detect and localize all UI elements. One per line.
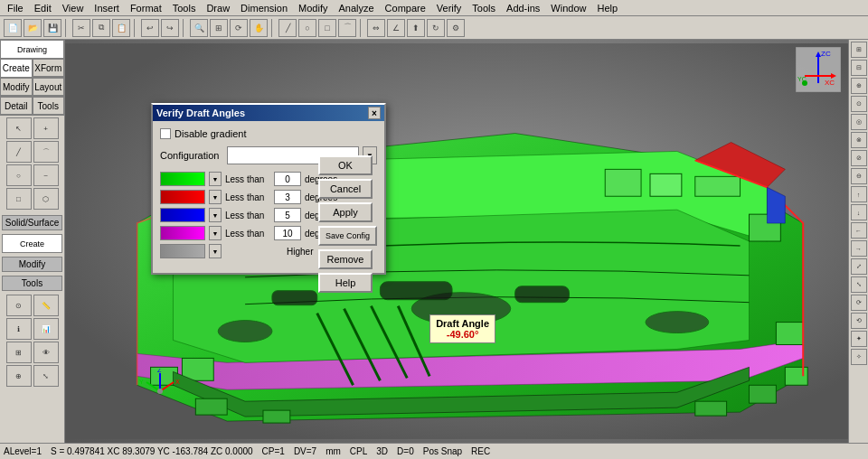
dialog-close-button[interactable]: ×	[368, 107, 381, 119]
verify-draft-angles-dialog[interactable]: Verify Draft Angles × Disable gradient C…	[151, 103, 386, 275]
toolbar-extrude[interactable]: ⬆	[407, 19, 425, 37]
right-tool-18[interactable]: ✧	[851, 349, 867, 365]
color-green-dropdown[interactable]: ▼	[209, 172, 222, 186]
tool-select[interactable]: ↖	[6, 117, 32, 139]
menu-dimension[interactable]: Dimension	[235, 2, 293, 14]
disable-gradient-checkbox[interactable]	[160, 128, 171, 139]
cancel-button[interactable]: Cancel	[318, 179, 373, 199]
toolbar-cut[interactable]: ✂	[72, 19, 90, 37]
menu-file[interactable]: File	[2, 2, 29, 14]
menu-modify[interactable]: Modify	[293, 2, 333, 14]
tool-layer[interactable]: ⊞	[6, 342, 32, 363]
right-tool-14[interactable]: ⤡	[851, 276, 867, 293]
right-tool-3[interactable]: ⊕	[851, 78, 867, 94]
right-tool-10[interactable]: ↓	[851, 204, 867, 220]
menu-draw[interactable]: Draw	[201, 2, 235, 14]
right-tool-9[interactable]: ↑	[851, 186, 867, 202]
toolbar-redo[interactable]: ↪	[161, 19, 179, 37]
tab-create[interactable]: Create	[0, 59, 33, 77]
toolbar-save[interactable]: 💾	[43, 19, 61, 37]
toolbar-zoom[interactable]: 🔍	[190, 19, 208, 37]
tool-circle[interactable]: ○	[6, 164, 32, 186]
viewport[interactable]: ZC XC YC X Y Z Draft	[65, 40, 848, 443]
help-button[interactable]: Help	[318, 273, 373, 293]
sidebar-modify-label[interactable]: Modify	[2, 257, 62, 272]
tool-spline[interactable]: ~	[33, 164, 59, 186]
menu-tools[interactable]: Tools	[167, 2, 202, 14]
ok-button[interactable]: OK	[318, 155, 373, 175]
value-green[interactable]	[274, 172, 301, 186]
color-blue-dropdown[interactable]: ▼	[209, 208, 222, 222]
right-tool-6[interactable]: ⊗	[851, 132, 867, 148]
tab-drawing-detailing[interactable]: Drawing Detailing	[0, 40, 64, 58]
menu-help[interactable]: Help	[591, 2, 623, 14]
menu-window[interactable]: Window	[545, 2, 591, 14]
tool-line[interactable]: ╱	[6, 141, 32, 163]
toolbar-open[interactable]: 📂	[24, 19, 42, 37]
menu-addins[interactable]: Add-ins	[501, 2, 545, 14]
tool-arc[interactable]: ⌒	[33, 141, 59, 163]
toolbar-new[interactable]: 📄	[4, 19, 22, 37]
toolbar-angle[interactable]: ∠	[387, 19, 405, 37]
right-tool-7[interactable]: ⊘	[851, 150, 867, 166]
tab-tools[interactable]: Tools	[33, 97, 65, 115]
value-red[interactable]	[274, 190, 301, 204]
toolbar-paste[interactable]: 📋	[112, 19, 130, 37]
toolbar-pan[interactable]: ✋	[250, 19, 268, 37]
toolbar-rotate[interactable]: ⟳	[230, 19, 248, 37]
apply-button[interactable]: Apply	[318, 202, 373, 222]
menu-view[interactable]: View	[57, 2, 90, 14]
tool-analysis[interactable]: 📊	[33, 318, 59, 340]
menu-compare[interactable]: Compare	[380, 2, 431, 14]
right-tool-17[interactable]: ✦	[851, 331, 867, 347]
tab-modify[interactable]: Modify	[0, 78, 33, 96]
toolbar-circle[interactable]: ○	[298, 19, 316, 37]
right-tool-11[interactable]: ←	[851, 222, 867, 239]
color-red-dropdown[interactable]: ▼	[209, 190, 222, 204]
menu-format[interactable]: Format	[125, 2, 167, 14]
color-purple-dropdown[interactable]: ▼	[209, 226, 222, 240]
value-purple[interactable]	[274, 226, 301, 240]
menu-insert[interactable]: Insert	[89, 2, 125, 14]
right-tool-8[interactable]: ⊖	[851, 168, 867, 184]
right-tool-5[interactable]: ◎	[851, 114, 867, 130]
sidebar-tools-label[interactable]: Tools	[2, 276, 62, 291]
toolbar-dim[interactable]: ⇔	[367, 19, 385, 37]
tool-view[interactable]: 👁	[33, 342, 59, 363]
tab-layout[interactable]: Layout	[33, 78, 65, 96]
toolbar-copy[interactable]: ⧉	[92, 19, 110, 37]
toolbar-zoom-fit[interactable]: ⊞	[210, 19, 228, 37]
toolbar-rect[interactable]: □	[318, 19, 336, 37]
menu-analyze[interactable]: Analyze	[333, 2, 379, 14]
menu-verify[interactable]: Verify	[431, 2, 467, 14]
tool-polygon[interactable]: ⬡	[33, 188, 59, 210]
value-blue[interactable]	[274, 208, 301, 222]
tool-info[interactable]: ℹ	[6, 318, 32, 340]
toolbar-settings[interactable]: ⚙	[447, 19, 465, 37]
toolbar-arc[interactable]: ⌒	[338, 19, 356, 37]
toolbar-line[interactable]: ╱	[278, 19, 297, 37]
tab-xform[interactable]: XForm	[33, 59, 65, 77]
remove-button[interactable]: Remove	[318, 249, 373, 269]
tool-csys[interactable]: ⊕	[6, 365, 32, 387]
right-tool-1[interactable]: ⊞	[851, 42, 867, 58]
menu-tools2[interactable]: Tools	[467, 2, 501, 14]
tool-measure[interactable]: 📏	[33, 295, 59, 316]
tool-ref[interactable]: ⤡	[33, 365, 59, 387]
right-tool-16[interactable]: ⟲	[851, 313, 867, 329]
menu-edit[interactable]: Edit	[29, 2, 57, 14]
right-tool-4[interactable]: ⊙	[851, 96, 867, 112]
right-tool-13[interactable]: ⤢	[851, 258, 867, 275]
tab-detail[interactable]: Detail	[0, 97, 33, 115]
right-tool-2[interactable]: ⊟	[851, 60, 867, 76]
toolbar-undo[interactable]: ↩	[141, 19, 159, 37]
toolbar-revolve[interactable]: ↻	[427, 19, 445, 37]
tool-rect[interactable]: □	[6, 188, 32, 210]
tool-snap[interactable]: ⊙	[6, 295, 32, 316]
right-tool-15[interactable]: ⟳	[851, 295, 867, 311]
save-config-button[interactable]: Save Config	[318, 226, 377, 246]
right-tool-12[interactable]: →	[851, 240, 867, 257]
color-gray-dropdown[interactable]: ▼	[209, 244, 222, 258]
sidebar-solid-surface-label[interactable]: Solid/Surface	[2, 215, 62, 230]
tool-point[interactable]: +	[33, 117, 59, 139]
